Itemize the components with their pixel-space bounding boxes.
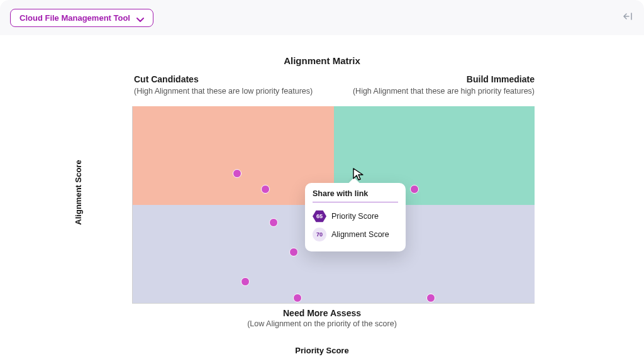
quadrant-bottom-subtitle: (Low Alignment on the priority of the sc… — [247, 319, 397, 328]
filter-dropdown-button[interactable]: Cloud File Management Tool — [10, 9, 153, 27]
scatter-point[interactable] — [269, 218, 278, 227]
quadrant-top-left-subtitle: (High Alignment that these are low prior… — [134, 87, 313, 96]
scatter-point[interactable] — [241, 277, 250, 286]
tooltip-feature-name: Share with link — [313, 189, 398, 202]
x-axis-label: Priority Score — [295, 346, 348, 355]
scatter-point[interactable] — [293, 294, 302, 302]
circle-badge-icon: 70 — [313, 228, 326, 241]
quadrant-top-right-subtitle: (High Alignment that these are high prio… — [353, 87, 535, 96]
tooltip-priority-label: Priority Score — [331, 212, 379, 221]
chevron-down-icon — [136, 15, 144, 20]
hexagon-badge-icon: 65 — [313, 210, 326, 223]
quadrant-top-right-title: Build Immediate — [467, 74, 535, 84]
tooltip-alignment-label: Alignment Score — [331, 230, 389, 239]
scatter-point[interactable] — [261, 185, 270, 194]
quadrant-bottom-title: Need More Assess — [283, 308, 361, 318]
quadrant-top-left-title: Cut Candidates — [134, 74, 199, 84]
scatter-point[interactable] — [289, 248, 298, 256]
collapse-icon[interactable] — [623, 12, 634, 23]
tooltip-alignment-row: 70 Alignment Score — [313, 225, 398, 244]
point-tooltip: Share with link 65 Priority Score 70 Ali… — [305, 183, 406, 251]
tooltip-priority-row: 65 Priority Score — [313, 207, 398, 225]
scatter-point[interactable] — [233, 169, 242, 178]
chart-area: Alignment Matrix Cut Candidates (High Al… — [0, 35, 644, 364]
chart-title: Alignment Matrix — [0, 55, 644, 66]
y-axis-label: Alignment Score — [74, 160, 83, 224]
quadrant-cut-candidates — [133, 106, 334, 205]
filter-label: Cloud File Management Tool — [19, 13, 130, 23]
scatter-point[interactable] — [410, 185, 419, 194]
scatter-point[interactable] — [426, 294, 435, 302]
top-bar: Cloud File Management Tool — [0, 0, 644, 35]
